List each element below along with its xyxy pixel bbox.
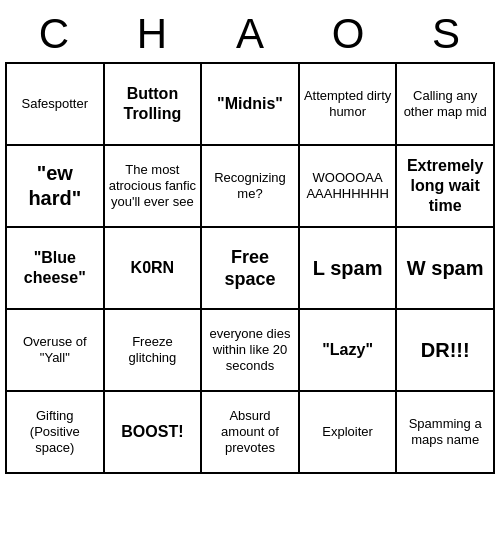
cell-r3-c3: "Lazy"	[300, 310, 398, 392]
cell-r3-c0: Overuse of "Yall"	[7, 310, 105, 392]
cell-r4-c2: Absurd amount of prevotes	[202, 392, 300, 474]
cell-r0-c3: Attempted dirty humor	[300, 64, 398, 146]
cell-r2-c2: Free space	[202, 228, 300, 310]
cell-r2-c0: "Blue cheese"	[7, 228, 105, 310]
title-letter-c: C	[9, 10, 99, 58]
cell-r0-c0: Safespotter	[7, 64, 105, 146]
cell-r0-c4: Calling any other map mid	[397, 64, 495, 146]
bingo-title: C H A O S	[5, 10, 495, 58]
bingo-card: C H A O S SafespotterButton Trolling"Mid…	[5, 10, 495, 474]
cell-r3-c4: DR!!!	[397, 310, 495, 392]
cell-r4-c4: Spamming a maps name	[397, 392, 495, 474]
cell-r4-c1: BOOST!	[105, 392, 203, 474]
cell-r1-c2: Recognizing me?	[202, 146, 300, 228]
cell-r4-c3: Exploiter	[300, 392, 398, 474]
cell-r0-c1: Button Trolling	[105, 64, 203, 146]
cell-r0-c2: "Midnis"	[202, 64, 300, 146]
cell-r1-c4: Extremely long wait time	[397, 146, 495, 228]
cell-r4-c0: Gifting (Positive space)	[7, 392, 105, 474]
cell-r3-c2: everyone dies within like 20 seconds	[202, 310, 300, 392]
cell-r2-c4: W spam	[397, 228, 495, 310]
title-letter-s: S	[401, 10, 491, 58]
cell-r2-c3: L spam	[300, 228, 398, 310]
title-letter-h: H	[107, 10, 197, 58]
title-letter-o: O	[303, 10, 393, 58]
cell-r1-c3: WOOOOAA AAAHHHHHH	[300, 146, 398, 228]
bingo-grid: SafespotterButton Trolling"Midnis"Attemp…	[5, 62, 495, 474]
cell-r1-c0: "ew hard"	[7, 146, 105, 228]
cell-r2-c1: K0RN	[105, 228, 203, 310]
cell-r1-c1: The most atrocious fanfic you'll ever se…	[105, 146, 203, 228]
cell-r3-c1: Freeze glitching	[105, 310, 203, 392]
title-letter-a: A	[205, 10, 295, 58]
